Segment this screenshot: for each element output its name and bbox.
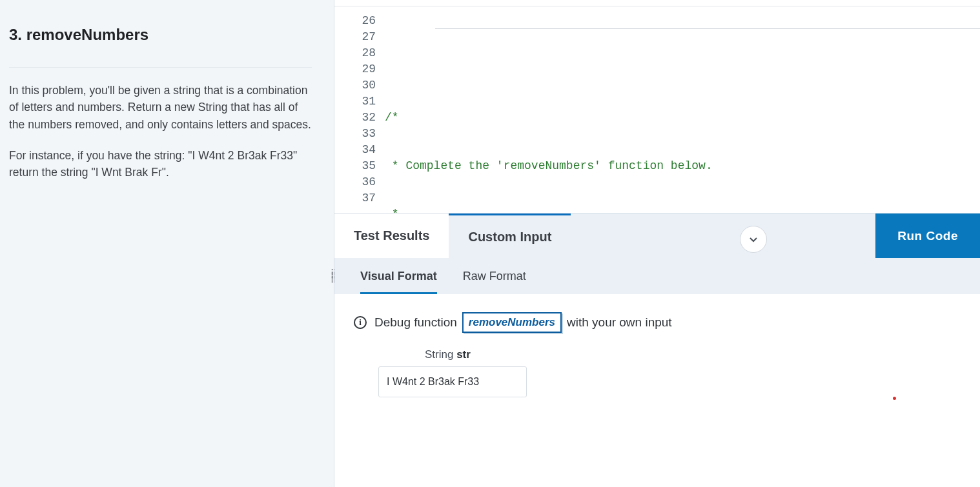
notification-dot-icon: [893, 397, 896, 400]
problem-description: In this problem, you'll be given a strin…: [9, 82, 312, 181]
chevron-down-icon: [748, 234, 759, 244]
line-number-gutter: 262728293031323334353637: [334, 6, 385, 213]
run-code-button[interactable]: Run Code: [875, 214, 980, 258]
current-line-highlight: [435, 13, 980, 29]
sub-tab-raw-format[interactable]: Raw Format: [463, 270, 526, 294]
debug-suffix-text: with your own input: [567, 315, 672, 330]
problem-title: 3. removeNumbers: [9, 26, 312, 52]
collapse-toggle-button[interactable]: [740, 226, 767, 253]
tab-test-results[interactable]: Test Results: [334, 214, 449, 258]
custom-input-field[interactable]: [378, 366, 527, 397]
tab-custom-input[interactable]: Custom Input: [449, 214, 571, 258]
code-content[interactable]: /* * Complete the 'removeNumbers' functi…: [385, 6, 980, 213]
editor-panel: Language: JavaScript (Node.js) 262728293…: [334, 0, 980, 487]
editor-header: Language: JavaScript (Node.js): [334, 0, 980, 6]
sub-tab-visual-format[interactable]: Visual Format: [360, 270, 437, 294]
code-editor[interactable]: 262728293031323334353637 /* * Complete t…: [334, 6, 980, 213]
code-line-29[interactable]: *: [385, 206, 980, 213]
input-param-label: String str: [425, 348, 961, 361]
results-tab-bar: Test Results Custom Input Run Code: [334, 213, 980, 258]
code-line-28[interactable]: * Complete the 'removeNumbers' function …: [385, 158, 980, 174]
problem-paragraph-2: For instance, if you have the string: "I…: [9, 147, 312, 181]
problem-panel: 3. removeNumbers In this problem, you'll…: [0, 0, 334, 487]
debug-function-tag[interactable]: removeNumbers: [462, 312, 562, 333]
custom-input-area: i Debug function removeNumbers with your…: [334, 294, 980, 415]
info-icon: i: [354, 316, 367, 329]
debug-prefix-text: Debug function: [374, 315, 457, 330]
code-line-27[interactable]: /*: [385, 110, 980, 126]
problem-paragraph-1: In this problem, you'll be given a strin…: [9, 82, 312, 133]
format-sub-tabs: Visual Format Raw Format: [334, 258, 980, 294]
code-line-26[interactable]: [385, 61, 980, 77]
title-divider: [9, 67, 312, 68]
debug-description: i Debug function removeNumbers with your…: [354, 312, 961, 333]
